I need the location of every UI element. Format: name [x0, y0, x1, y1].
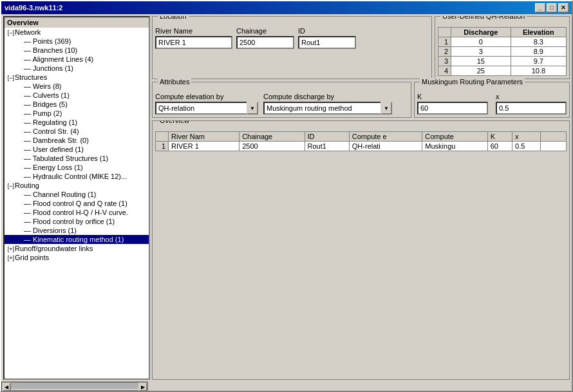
x-input[interactable]	[496, 102, 567, 115]
tree-item-tabulated[interactable]: — Tabulated Structures (1)	[5, 154, 149, 163]
tree-item-dambreak[interactable]: — Dambreak Str. (0)	[5, 136, 149, 145]
tree-label-channel_routing: Channel Routing (1)	[33, 191, 96, 198]
tree-connector: —	[24, 55, 32, 63]
k-field: K	[417, 93, 488, 115]
tree-item-flood_control_hq[interactable]: — Flood control H-Q / H-V curve.	[5, 208, 149, 217]
qh-table: Discharge Elevation 1 0 8.3 2 3 8.9 3 15…	[438, 27, 567, 76]
ov-col-x: x	[512, 132, 541, 142]
tree-item-regulating[interactable]: — Regulating (1)	[5, 118, 149, 127]
compute-elevation-select[interactable]: QH-relation Other	[155, 102, 258, 115]
tree-expand-structures[interactable]: [−]	[7, 75, 15, 81]
tree-item-points[interactable]: — Points (369)	[5, 37, 149, 46]
tree-expand-grid_points[interactable]: [+]	[7, 255, 15, 261]
tree-connector: —	[24, 163, 33, 171]
tree-label-dambreak: Dambreak Str. (0)	[33, 136, 89, 144]
tree-connector: —	[24, 127, 33, 135]
overview-table-scroll[interactable]: River Nam Chainage ID Compute e Compute …	[155, 131, 567, 377]
tree-item-diversions[interactable]: — Diversions (1)	[5, 226, 149, 235]
tree-panel: Overview [−]Network — Points (369) — Bra…	[3, 16, 150, 380]
tree-expand-runoff[interactable]: [+]	[7, 246, 15, 252]
tree-connector: —	[24, 82, 33, 90]
tree-connector: —	[24, 136, 33, 144]
tree-label-flood_control_hq: Flood control H-Q / H-V curve.	[33, 209, 128, 216]
id-group: ID	[298, 27, 356, 49]
tree-item-structures[interactable]: [−]Structures	[5, 73, 149, 82]
tree-item-energy_loss[interactable]: — Energy Loss (1)	[5, 163, 149, 172]
close-button[interactable]: ✕	[558, 3, 568, 12]
tree-item-branches[interactable]: — Branches (10)	[5, 46, 149, 55]
tree-label-regulating: Regulating (1)	[33, 118, 77, 126]
qh-discharge-cell: 25	[451, 66, 511, 76]
river-name-input[interactable]	[155, 36, 232, 49]
ov-chainage-cell: 2500	[240, 142, 305, 151]
tree-expand-routing[interactable]: [−]	[7, 183, 15, 189]
compute-discharge-field: Compute discharge by Muskingum routing m…	[263, 93, 392, 115]
tree-item-flood_control_orifice[interactable]: — Flood control by orifice (1)	[5, 217, 149, 226]
tree-leaf-flood_control_q	[16, 201, 24, 207]
tree-item-channel_routing[interactable]: — Channel Routing (1)	[5, 190, 149, 199]
tree-item-user_defined[interactable]: — User defined (1)	[5, 145, 149, 154]
bottom-bar: ◀ ▶	[1, 382, 572, 391]
tree-item-flood_control_q[interactable]: — Flood control Q and Q rate (1)	[5, 199, 149, 208]
tree-leaf-user_defined	[16, 147, 24, 153]
middle-section: Attributes Compute elevation by QH-relat…	[152, 82, 570, 118]
tree-leaf-points	[16, 39, 24, 45]
overview-group: Overview River Nam Chainage ID Compute e…	[152, 120, 570, 380]
id-input[interactable]	[298, 36, 356, 49]
tree-label-points: Points (369)	[33, 37, 71, 45]
ov-col-river: River Nam	[169, 132, 240, 142]
tree-item-network[interactable]: [−]Network	[5, 28, 149, 37]
tree-leaf-junctions	[16, 66, 24, 72]
tree-item-culverts[interactable]: — Culverts (1)	[5, 91, 149, 100]
tree-item-routing[interactable]: [−]Routing	[5, 181, 149, 190]
location-fields: River Name Chainage ID	[155, 27, 429, 49]
scroll-right-btn[interactable]: ▶	[138, 382, 147, 391]
tree-item-control_str[interactable]: — Control Str. (4)	[5, 127, 149, 136]
scroll-left-btn[interactable]: ◀	[2, 382, 11, 391]
tree-label-grid_points: Grid points	[15, 254, 49, 261]
left-scrollbar: ◀ ▶	[1, 382, 148, 391]
ov-col-empty	[541, 132, 567, 142]
top-panels: Location River Name Chainage ID	[152, 16, 570, 79]
tree-label-structures: Structures	[15, 73, 47, 81]
minimize-button[interactable]: _	[535, 3, 545, 12]
tree-item-junctions[interactable]: — Junctions (1)	[5, 64, 149, 73]
tree-connector: —	[24, 100, 33, 108]
tree-label-diversions: Diversions (1)	[33, 227, 77, 234]
chainage-input[interactable]	[236, 36, 294, 49]
tree-item-pump[interactable]: — Pump (2)	[5, 109, 149, 118]
qh-col-discharge: Discharge	[451, 28, 511, 37]
overview-table-row: 1 RIVER 1 2500 Rout1 QH-relati Muskingu …	[156, 142, 567, 151]
tree-label-hydraulic_control: Hydraulic Control (MIKE 12)...	[33, 173, 127, 180]
tree-item-alignment[interactable]: — Alignment Lines (4)	[5, 55, 149, 64]
tree-expand-network[interactable]: [−]	[7, 30, 15, 36]
window-controls: _ □ ✕	[535, 3, 568, 12]
tree-item-hydraulic_control[interactable]: — Hydraulic Control (MIKE 12)...	[5, 172, 149, 181]
tree-label-routing: Routing	[15, 182, 39, 189]
tree-label-branches: Branches (10)	[33, 46, 77, 54]
id-label: ID	[298, 27, 356, 35]
x-label: x	[496, 93, 567, 100]
tree-item-kinematic[interactable]: — Kinematic routing method (1)	[5, 235, 149, 244]
compute-elevation-label: Compute elevation by	[155, 93, 258, 100]
tree-connector: —	[24, 200, 33, 207]
k-input[interactable]	[417, 102, 488, 115]
tree-item-grid_points[interactable]: [+]Grid points	[5, 253, 149, 262]
location-title: Location	[158, 16, 189, 20]
tree-label-runoff: Runoff/groundwater links	[15, 245, 93, 252]
compute-discharge-select[interactable]: Muskingum routing method Other	[263, 102, 392, 115]
attributes-group: Attributes Compute elevation by QH-relat…	[152, 82, 411, 118]
qh-elevation-cell: 8.9	[511, 47, 566, 57]
tree-item-weirs[interactable]: — Weirs (8)	[5, 82, 149, 91]
ov-col-k: K	[487, 132, 512, 142]
tree-item-bridges[interactable]: — Bridges (5)	[5, 100, 149, 109]
tree-label-tabulated: Tabulated Structures (1)	[33, 154, 108, 162]
tree-item-runoff[interactable]: [+]Runoff/groundwater links	[5, 244, 149, 253]
overview-table: River Nam Chainage ID Compute e Compute …	[155, 131, 567, 151]
ov-empty-cell	[541, 142, 567, 151]
tree-label-flood_control_orifice: Flood control by orifice (1)	[33, 218, 115, 225]
qh-discharge-cell: 3	[451, 47, 511, 57]
muskingum-title: Muskingum Routing Parameters	[420, 78, 525, 86]
attr-row: Compute elevation by QH-relation Other ▼…	[155, 93, 408, 115]
maximize-button[interactable]: □	[547, 3, 557, 12]
